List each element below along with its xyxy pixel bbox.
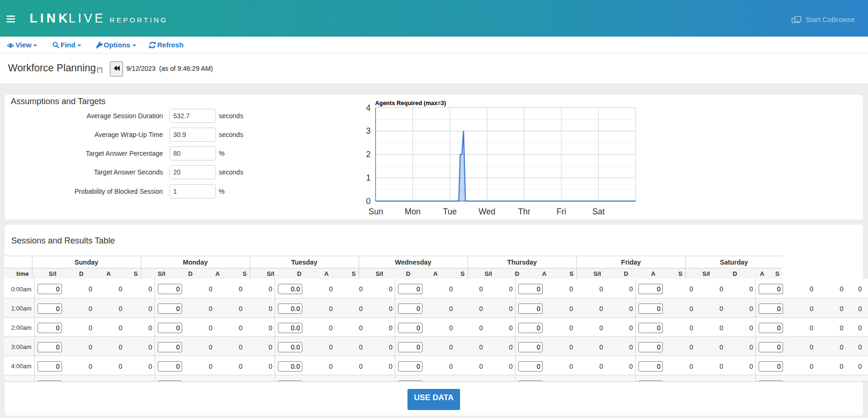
svg-text:0: 0 [366,197,371,206]
svg-text:2: 2 [366,150,371,159]
svg-text:Agents Required (max=3): Agents Required (max=3) [375,100,446,106]
svg-text:Fri: Fri [556,207,566,216]
svg-text:Mon: Mon [405,207,421,216]
svg-text:1: 1 [366,173,371,182]
svg-text:Thr: Thr [518,207,530,216]
svg-text:Tue: Tue [443,207,457,216]
svg-text:Sat: Sat [592,207,605,216]
svg-text:4: 4 [366,103,371,113]
svg-text:3: 3 [366,126,371,136]
svg-text:Sun: Sun [369,207,383,216]
svg-text:Wed: Wed [479,207,496,216]
